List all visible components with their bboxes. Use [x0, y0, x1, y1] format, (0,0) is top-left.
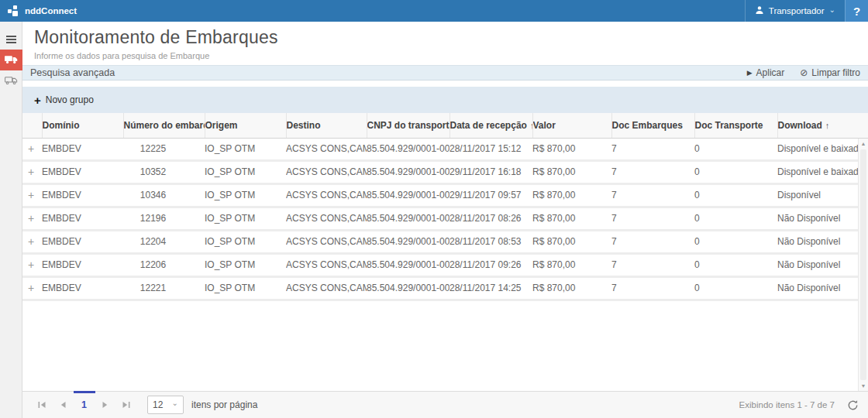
- sidebar-item-transporte[interactable]: [0, 70, 22, 91]
- cell-destino: ACSYS CONS,CAMPINAS...: [286, 184, 367, 207]
- cell-origem: IO_SP OTM: [205, 207, 286, 231]
- cell-destino: ACSYS CONS,CAMPINAS...: [286, 277, 367, 300]
- column-header-data_recepcao[interactable]: Data de recepção↑: [450, 113, 532, 139]
- cell-origem: IO_SP OTM: [205, 161, 286, 184]
- sidebar-menu-toggle[interactable]: [0, 29, 22, 50]
- column-header-dominio[interactable]: Domínio: [42, 113, 123, 139]
- first-page-button[interactable]: [32, 395, 53, 416]
- column-header-doc_transporte[interactable]: Doc Transporte: [694, 113, 777, 139]
- scrollbar-thumb[interactable]: [860, 149, 866, 380]
- brand[interactable]: nddConnect: [0, 0, 77, 22]
- next-page-button[interactable]: [95, 395, 115, 416]
- expand-row-icon[interactable]: +: [22, 231, 42, 254]
- cell-cnpj: 85.504.929/0001-00: [367, 139, 450, 161]
- brand-name: nddConnect: [25, 6, 77, 15]
- scroll-down-icon[interactable]: ▼: [859, 381, 868, 391]
- cell-valor: R$ 870,00: [532, 231, 611, 254]
- table-row: +EMBDEV10352IO_SP OTMACSYS CONS,CAMPINAS…: [22, 161, 868, 184]
- cell-download: Não Disponível: [777, 254, 868, 277]
- cell-download: Disponível e baixado: [777, 139, 868, 161]
- user-menu-label: Transportador: [769, 6, 825, 15]
- cell-doc_transporte: 0: [694, 184, 777, 207]
- previous-page-button[interactable]: [53, 395, 74, 416]
- expand-row-icon[interactable]: +: [22, 139, 42, 161]
- nddconnect-logo-icon: [8, 5, 19, 17]
- seek-first-icon: [38, 401, 46, 409]
- cell-dominio: EMBDEV: [42, 161, 123, 184]
- items-per-page-label: itens por página: [191, 399, 257, 410]
- cell-doc_embarques: 7: [611, 231, 694, 254]
- cell-dominio: EMBDEV: [42, 254, 123, 277]
- cell-dominio: EMBDEV: [42, 184, 123, 207]
- cell-download: Disponível: [777, 184, 868, 207]
- apply-filter-button[interactable]: ▶ Aplicar: [747, 67, 785, 78]
- cell-valor: R$ 870,00: [532, 207, 611, 231]
- cell-dominio: EMBDEV: [42, 207, 123, 231]
- cell-doc_transporte: 0: [694, 139, 777, 161]
- cell-origem: IO_SP OTM: [205, 254, 286, 277]
- arrow-left-icon: [60, 401, 67, 409]
- last-page-button[interactable]: [115, 395, 136, 416]
- cell-origem: IO_SP OTM: [205, 231, 286, 254]
- chevron-down-icon: ⌄: [172, 399, 178, 407]
- cell-doc_transporte: 0: [694, 231, 777, 254]
- cell-destino: ACSYS CONS,CAMPINAS...: [286, 161, 367, 184]
- group-panel: + Novo grupo: [22, 87, 868, 113]
- cell-valor: R$ 870,00: [532, 277, 611, 300]
- cell-cnpj: 85.504.929/0001-00: [367, 277, 450, 300]
- column-header-numero[interactable]: Número do embarque: [123, 113, 205, 139]
- cell-dominio: EMBDEV: [42, 139, 123, 161]
- help-button[interactable]: ?: [845, 0, 868, 22]
- column-header-destino[interactable]: Destino: [286, 113, 367, 139]
- cell-doc_embarques: 7: [611, 184, 694, 207]
- column-header-origem[interactable]: Origem: [205, 113, 286, 139]
- vertical-scrollbar[interactable]: ▲ ▼: [858, 139, 868, 391]
- cell-destino: ACSYS CONS,CAMPINAS...: [286, 139, 367, 161]
- table-row: +EMBDEV12221IO_SP OTMACSYS CONS,CAMPINAS…: [22, 277, 868, 300]
- cell-origem: IO_SP OTM: [205, 184, 286, 207]
- column-header-valor[interactable]: Valor: [532, 113, 611, 139]
- table-row: +EMBDEV12225IO_SP OTMACSYS CONS,CAMPINAS…: [22, 139, 868, 161]
- cell-data_recepcao: 28/11/2017 09:26: [450, 254, 532, 277]
- expand-row-icon[interactable]: +: [22, 254, 42, 277]
- shipments-grid: DomínioNúmero do embarqueOrigemDestinoCN…: [22, 113, 868, 391]
- table-row: +EMBDEV12204IO_SP OTMACSYS CONS,CAMPINAS…: [22, 231, 868, 254]
- advanced-search-bar[interactable]: Pesquisa avançada ▶ Aplicar ⊘ Limpar fil…: [22, 65, 868, 81]
- sidebar-item-embarques[interactable]: [0, 50, 22, 70]
- truck-icon: [5, 53, 18, 67]
- scroll-up-icon[interactable]: ▲: [859, 139, 868, 149]
- cell-data_recepcao: 29/11/2017 16:18: [450, 161, 532, 184]
- cell-cnpj: 85.504.929/0001-00: [367, 207, 450, 231]
- cell-data_recepcao: 28/11/2017 14:25: [450, 277, 532, 300]
- new-group-button[interactable]: Novo grupo: [46, 94, 94, 105]
- delivery-truck-icon: [5, 74, 18, 88]
- user-menu-dropdown[interactable]: Transportador ⌄: [745, 0, 845, 22]
- expand-row-icon[interactable]: +: [22, 207, 42, 231]
- cell-dominio: EMBDEV: [42, 231, 123, 254]
- cell-destino: ACSYS CONS,CAMPINAS...: [286, 254, 367, 277]
- expand-row-icon[interactable]: +: [22, 277, 42, 300]
- column-header-cnpj[interactable]: CNPJ do transportador: [367, 113, 450, 139]
- sidebar: [0, 22, 22, 418]
- refresh-button[interactable]: [847, 399, 859, 411]
- cell-valor: R$ 870,00: [532, 161, 611, 184]
- column-header-download[interactable]: Download↑: [777, 113, 868, 139]
- page-number-1[interactable]: 1: [74, 392, 95, 418]
- expand-row-icon[interactable]: +: [22, 161, 42, 184]
- refresh-icon: [847, 399, 859, 411]
- circle-slash-icon: ⊘: [800, 67, 808, 78]
- cell-valor: R$ 870,00: [532, 184, 611, 207]
- page-size-dropdown[interactable]: 12 ⌄: [147, 396, 184, 414]
- expand-row-icon[interactable]: +: [22, 184, 42, 207]
- cell-numero: 12206: [123, 254, 205, 277]
- cell-data_recepcao: 29/11/2017 09:57: [450, 184, 532, 207]
- cell-numero: 12196: [123, 207, 205, 231]
- clear-filter-button[interactable]: ⊘ Limpar filtro: [800, 67, 860, 78]
- sort-asc-icon: ↑: [825, 121, 830, 130]
- play-icon: ▶: [747, 69, 753, 77]
- cell-numero: 10346: [123, 184, 205, 207]
- advanced-search-label: Pesquisa avançada: [30, 67, 115, 78]
- cell-doc_transporte: 0: [694, 277, 777, 300]
- page-subtitle: Informe os dados para pesquisa de Embarq…: [34, 51, 868, 60]
- column-header-doc_embarques[interactable]: Doc Embarques: [611, 113, 694, 139]
